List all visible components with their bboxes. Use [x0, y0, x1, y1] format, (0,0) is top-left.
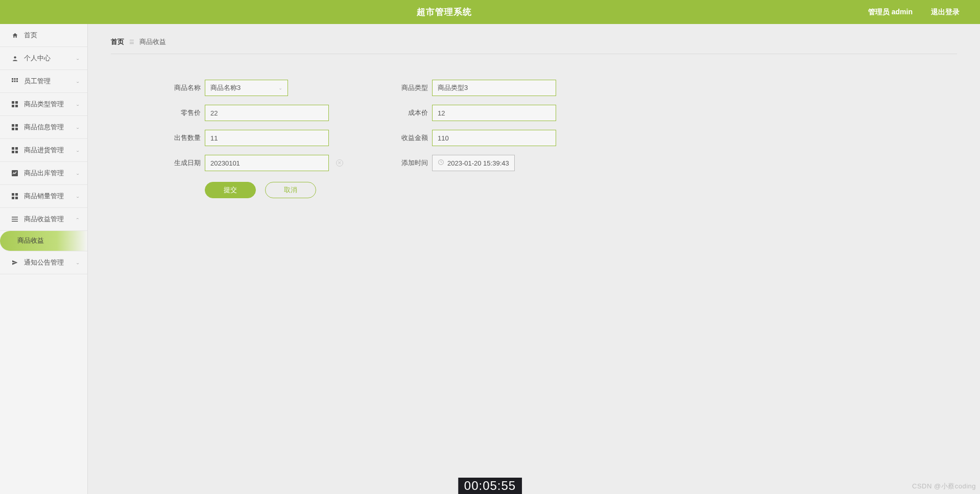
chevron-down-icon: ⌄ [76, 102, 80, 106]
sidebar-item-notice[interactable]: 通知公告管理 ⌄ [0, 251, 87, 274]
svg-rect-16 [15, 147, 18, 150]
svg-rect-15 [12, 147, 14, 150]
retail-price-input[interactable] [210, 105, 323, 121]
add-time-label: 添加时间 [399, 158, 428, 168]
retail-price-field[interactable] [205, 105, 329, 121]
sidebar-item-purchase[interactable]: 商品进货管理 ⌄ [0, 139, 87, 162]
breadcrumb-current: 商品收益 [139, 37, 166, 46]
product-type-input[interactable] [438, 80, 551, 96]
svg-rect-23 [15, 197, 18, 199]
sidebar: 首页 个人中心 ⌄ 员工管理 ⌄ 商品类型管理 ⌄ [0, 24, 88, 494]
svg-rect-6 [16, 81, 18, 82]
send-icon [10, 260, 19, 266]
svg-rect-10 [15, 105, 18, 107]
sidebar-item-profile[interactable]: 个人中心 ⌄ [0, 47, 87, 70]
chevron-down-icon: ⌄ [76, 261, 80, 265]
home-icon [10, 32, 19, 39]
grid-icon [10, 101, 19, 107]
profit-amount-input[interactable] [438, 130, 551, 146]
chart-icon [10, 170, 19, 176]
production-date-label: 生成日期 [172, 158, 201, 168]
cost-price-input[interactable] [438, 105, 551, 121]
sidebar-subitem-profit-list[interactable]: 商品收益 [0, 231, 87, 251]
person-icon [10, 55, 19, 62]
watermark: CSDN @小蔡coding [912, 482, 976, 491]
profit-amount-field[interactable] [432, 130, 556, 146]
grid-icon [10, 193, 19, 199]
breadcrumb-home[interactable]: 首页 [111, 37, 124, 46]
chevron-down-icon: ⌄ [76, 56, 80, 60]
production-date-field[interactable] [205, 155, 329, 171]
retail-price-label: 零售价 [172, 108, 201, 117]
svg-rect-4 [12, 81, 13, 82]
recording-timer: 00:05:55 [458, 478, 522, 494]
svg-rect-9 [12, 105, 14, 107]
product-type-label: 商品类型 [399, 83, 428, 92]
cancel-button[interactable]: 取消 [265, 182, 316, 198]
sold-qty-label: 出售数量 [172, 133, 201, 143]
svg-rect-20 [12, 193, 14, 196]
sidebar-item-profit[interactable]: 商品收益管理 ⌄ [0, 208, 87, 231]
svg-rect-17 [12, 151, 14, 153]
clock-icon [438, 159, 444, 167]
app-header: 超市管理系统 管理员 admin 退出登录 [0, 0, 980, 24]
chevron-down-icon: ⌄ [76, 171, 80, 175]
product-name-select[interactable]: 商品名称3 ⌄ [205, 80, 288, 96]
svg-rect-22 [12, 197, 14, 199]
grid-icon [10, 78, 19, 84]
svg-rect-18 [15, 151, 18, 153]
add-time-input[interactable] [447, 155, 509, 171]
logout-link[interactable]: 退出登录 [931, 8, 960, 17]
main-content: 首页 ☰ 商品收益 商品名称 商品名称3 ⌄ 零售价 [88, 24, 980, 494]
sidebar-item-label: 商品销量管理 [24, 192, 64, 201]
sidebar-item-label: 个人中心 [24, 54, 51, 63]
svg-rect-11 [12, 124, 14, 127]
product-name-label: 商品名称 [172, 83, 201, 92]
header-user-area: 管理员 admin 退出登录 [868, 8, 960, 17]
svg-rect-2 [14, 78, 16, 80]
submenu-label: 商品收益 [17, 237, 44, 245]
sidebar-item-label: 商品类型管理 [24, 100, 64, 109]
sidebar-item-product-info[interactable]: 商品信息管理 ⌄ [0, 116, 87, 139]
sidebar-item-home[interactable]: 首页 [0, 24, 87, 47]
sidebar-item-label: 商品信息管理 [24, 123, 64, 132]
profit-amount-label: 收益金额 [399, 133, 428, 143]
cost-price-label: 成本价 [399, 108, 428, 117]
sidebar-item-label: 商品收益管理 [24, 215, 64, 224]
sidebar-item-outbound[interactable]: 商品出库管理 ⌄ [0, 162, 87, 185]
app-title: 超市管理系统 [20, 6, 868, 18]
sidebar-item-label: 首页 [24, 31, 37, 40]
sidebar-item-product-type[interactable]: 商品类型管理 ⌄ [0, 93, 87, 116]
svg-rect-5 [14, 81, 16, 82]
sidebar-item-label: 商品出库管理 [24, 169, 64, 178]
production-date-input[interactable] [210, 155, 323, 171]
chevron-down-icon: ⌄ [76, 79, 80, 83]
list-icon [10, 216, 19, 222]
sidebar-item-staff[interactable]: 员工管理 ⌄ [0, 70, 87, 93]
user-label[interactable]: 管理员 admin [868, 8, 913, 17]
sold-qty-input[interactable] [210, 130, 323, 146]
chevron-down-icon: ⌄ [76, 194, 80, 198]
svg-rect-14 [15, 128, 18, 130]
add-time-field[interactable] [432, 155, 515, 171]
svg-point-0 [14, 56, 16, 58]
sidebar-item-label: 通知公告管理 [24, 258, 64, 267]
chevron-up-icon: ⌄ [76, 217, 80, 221]
cost-price-field[interactable] [432, 105, 556, 121]
sidebar-item-label: 商品进货管理 [24, 146, 64, 155]
submit-button[interactable]: 提交 [205, 182, 256, 198]
chevron-down-icon: ⌄ [76, 148, 80, 152]
clear-icon[interactable]: ✕ [336, 159, 343, 167]
grid-icon [10, 147, 19, 153]
form: 商品名称 商品名称3 ⌄ 零售价 出售数量 [111, 80, 957, 198]
sidebar-item-label: 员工管理 [24, 77, 51, 86]
chevron-down-icon: ⌄ [76, 125, 80, 129]
svg-rect-8 [15, 101, 18, 104]
select-value: 商品名称3 [210, 83, 241, 92]
grid-icon [10, 124, 19, 130]
sold-qty-field[interactable] [205, 130, 329, 146]
breadcrumb: 首页 ☰ 商品收益 [111, 33, 957, 54]
svg-rect-3 [16, 78, 18, 80]
sidebar-item-sales[interactable]: 商品销量管理 ⌄ [0, 185, 87, 208]
product-type-field[interactable] [432, 80, 556, 96]
